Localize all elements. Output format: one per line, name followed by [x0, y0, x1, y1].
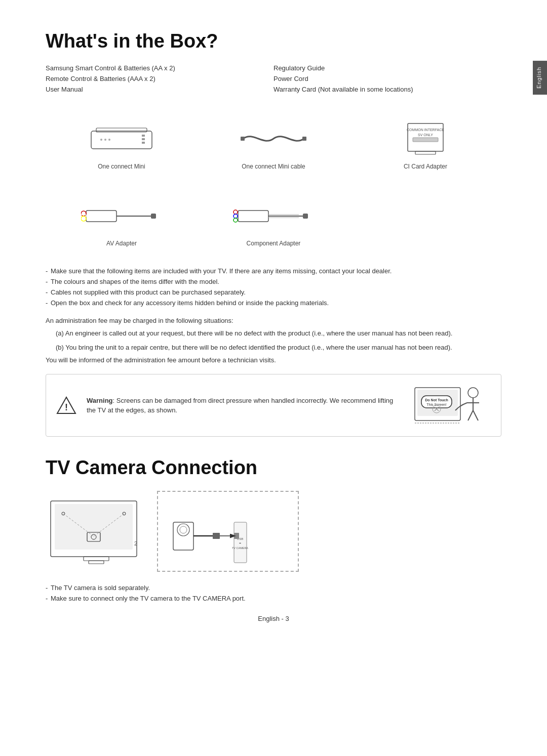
one-connect-mini-cable-image	[238, 118, 309, 159]
svg-rect-11	[413, 138, 438, 142]
av-adapter-image	[81, 195, 162, 236]
ci-card-adapter-image: COMMON INTERFACE SV ONLY	[395, 118, 456, 159]
svg-text:SV ONLY: SV ONLY	[418, 133, 433, 137]
svg-text:This Screen!: This Screen!	[426, 403, 446, 406]
svg-rect-4	[142, 142, 145, 144]
svg-rect-19	[151, 214, 156, 219]
admin-item-0: (a) An engineer is called out at your re…	[46, 328, 501, 339]
section2-title: TV Camera Connection	[46, 457, 501, 479]
product-one-connect-mini: One connect Mini	[46, 108, 198, 175]
footer-text: English - 3	[258, 615, 289, 622]
svg-rect-14	[415, 151, 436, 154]
item-right-0: Regulatory Guide	[274, 64, 501, 72]
items-list: Samsung Smart Control & Batteries (AA x …	[46, 64, 501, 93]
admin-item-1: (b) You bring the unit to a repair centr…	[46, 343, 501, 353]
section-tv-camera: TV Camera Connection	[46, 457, 501, 602]
camera-note-0: The TV camera is sold separately.	[46, 584, 501, 592]
warning-bold-label: Warning	[87, 397, 113, 404]
svg-line-38	[468, 410, 473, 421]
svg-point-53	[180, 526, 187, 533]
items-right-col: Regulatory Guide Power Cord Warranty Car…	[274, 64, 501, 93]
products-row1: One connect Mini One connect Mini cable	[46, 108, 501, 175]
tv-panel: 2	[46, 491, 147, 572]
warning-label: Warning: Screens can be damaged from dir…	[87, 397, 393, 414]
note-2: Cables not supplied with this product ca…	[46, 288, 501, 296]
component-adapter-image	[233, 195, 314, 236]
svg-rect-9	[302, 137, 306, 141]
product-one-connect-mini-cable-label: One connect Mini cable	[242, 163, 305, 170]
svg-point-23	[233, 218, 238, 222]
product-ci-card-adapter-label: CI Card Adapter	[404, 163, 447, 170]
section1-title: What's in the Box?	[46, 30, 501, 52]
warning-triangle-icon: !	[56, 395, 76, 415]
note-0: Make sure that the following items are i…	[46, 267, 501, 275]
product-component-adapter: Component Adapter	[198, 185, 349, 252]
camera-diagram: 2 USB ⬌	[46, 491, 501, 572]
svg-point-35	[468, 388, 478, 398]
side-tab-label: English	[536, 67, 542, 89]
product-av-adapter: AV Adapter	[46, 185, 198, 252]
svg-point-52	[177, 524, 189, 536]
section-whats-in-box: What's in the Box? Samsung Smart Control…	[46, 30, 501, 437]
svg-rect-15	[86, 211, 116, 222]
one-connect-mini-image	[86, 118, 157, 159]
side-tab: English	[533, 61, 547, 95]
svg-text:TV CAMERA: TV CAMERA	[232, 547, 248, 550]
svg-rect-3	[142, 138, 145, 140]
do-not-touch-image: Do Not Touch This Screen!	[410, 383, 491, 428]
svg-rect-42	[84, 557, 109, 561]
warning-text-container: Warning: Screens can be damaged from dir…	[87, 396, 400, 415]
svg-rect-43	[89, 561, 104, 564]
svg-point-5	[100, 139, 102, 141]
product-component-adapter-label: Component Adapter	[247, 240, 301, 247]
svg-rect-8	[241, 137, 245, 141]
svg-rect-2	[142, 135, 145, 137]
svg-rect-1	[96, 128, 147, 132]
products-row2: AV Adapter	[46, 185, 501, 252]
admin-outro: You will be informed of the administrati…	[46, 356, 501, 364]
svg-text:Do Not Touch: Do Not Touch	[425, 398, 448, 402]
svg-text:!: !	[65, 402, 68, 412]
usb-connection-panel: USB ⬌ TV CAMERA	[157, 491, 299, 572]
item-left-2: User Manual	[46, 86, 274, 93]
svg-line-39	[473, 410, 478, 421]
svg-point-7	[108, 139, 110, 141]
product-one-connect-mini-label: One connect Mini	[98, 163, 145, 170]
item-left-1: Remote Control & Batteries (AAA x 2)	[46, 75, 274, 82]
svg-rect-20	[238, 211, 268, 222]
note-3: Open the box and check for any accessory…	[46, 299, 501, 307]
item-left-0: Samsung Smart Control & Batteries (AA x …	[46, 64, 274, 72]
svg-text:2: 2	[134, 540, 137, 547]
item-right-1: Power Cord	[274, 75, 501, 82]
note-1: The colours and shapes of the items diff…	[46, 278, 501, 285]
item-right-2: Warranty Card (Not available in some loc…	[274, 86, 501, 93]
warning-body: : Screens can be damaged from direct pre…	[87, 397, 393, 414]
svg-text:⬌: ⬌	[239, 541, 241, 544]
items-left-col: Samsung Smart Control & Batteries (AA x …	[46, 64, 274, 93]
svg-rect-41	[55, 504, 133, 550]
svg-point-22	[233, 214, 238, 218]
svg-point-21	[233, 210, 238, 214]
svg-rect-24	[303, 214, 308, 219]
notes-section: Make sure that the following items are i…	[46, 267, 501, 307]
admin-intro: An administration fee may be charged in …	[46, 317, 501, 324]
svg-point-6	[104, 139, 106, 141]
admin-section: An administration fee may be charged in …	[46, 317, 501, 364]
product-ci-card-adapter: COMMON INTERFACE SV ONLY CI Card Adapter	[349, 108, 501, 175]
svg-rect-54	[213, 533, 220, 539]
product-av-adapter-label: AV Adapter	[106, 240, 137, 247]
svg-rect-59	[234, 533, 239, 539]
product-one-connect-mini-cable: One connect Mini cable	[198, 108, 349, 175]
warning-box: ! Warning: Screens can be damaged from d…	[46, 374, 501, 437]
svg-text:COMMON INTERFACE: COMMON INTERFACE	[407, 128, 444, 132]
footer: English - 3	[0, 600, 547, 627]
